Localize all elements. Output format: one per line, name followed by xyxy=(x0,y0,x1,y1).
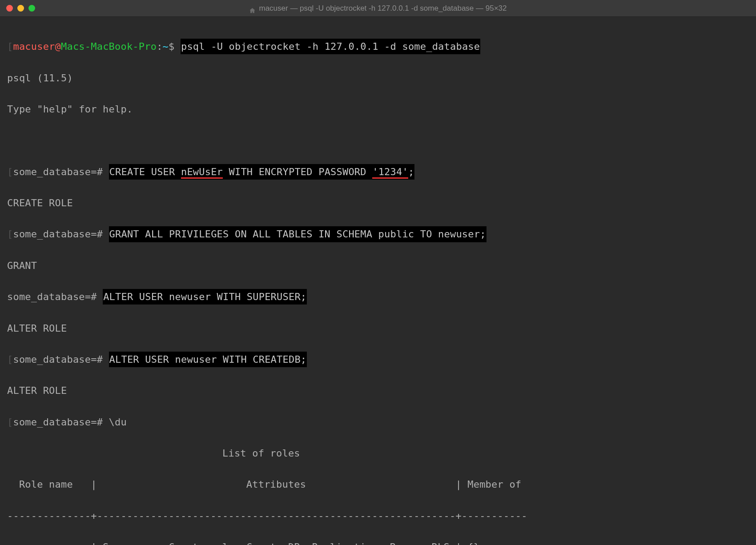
sql-grant: [some_database=# GRANT ALL PRIVILEGES ON… xyxy=(7,226,749,242)
sql-alter-createdb: [some_database=# ALTER USER newuser WITH… xyxy=(7,352,749,367)
sql-du-1: [some_database=# \du xyxy=(7,414,749,430)
window-title-text: macuser — psql -U objectrocket -h 127.0.… xyxy=(259,2,507,14)
terminal-body[interactable]: [macuser@Macs-MacBook-Pro:~$ psql -U obj… xyxy=(0,17,756,545)
maximize-icon[interactable] xyxy=(28,5,35,12)
prompt-user: macuser xyxy=(13,41,55,52)
psql-help-line: Type "help" for help. xyxy=(7,101,749,117)
home-icon xyxy=(249,5,255,12)
shell-prompt-line: [macuser@Macs-MacBook-Pro:~$ psql -U obj… xyxy=(7,39,749,54)
close-icon[interactable] xyxy=(6,5,13,12)
psql-version: psql (11.5) xyxy=(7,70,749,86)
minimize-icon[interactable] xyxy=(17,5,24,12)
blank-line xyxy=(7,132,749,148)
roles-divider-1: --------------+-------------------------… xyxy=(7,508,749,524)
prompt-host: Macs-MacBook-Pro xyxy=(61,41,157,52)
shell-command: psql -U objectrocket -h 127.0.0.1 -d som… xyxy=(181,39,480,54)
resp-create-role: CREATE ROLE xyxy=(7,195,749,211)
roles-title-1: List of roles xyxy=(7,445,749,461)
roles1-row-macuser: macuser | Superuser, Create role, Create… xyxy=(7,539,749,545)
roles-columns-1: Role name | Attributes | Member of xyxy=(7,477,749,492)
window-title: macuser — psql -U objectrocket -h 127.0.… xyxy=(249,2,507,14)
resp-grant: GRANT xyxy=(7,258,749,273)
sql-alter-superuser: some_database=# ALTER USER newuser WITH … xyxy=(7,289,749,305)
window-titlebar: macuser — psql -U objectrocket -h 127.0.… xyxy=(0,0,756,17)
resp-alter-role-2: ALTER ROLE xyxy=(7,383,749,398)
resp-alter-role-1: ALTER ROLE xyxy=(7,321,749,336)
sql-create-user: [some_database=# CREATE USER nEwUsEr WIT… xyxy=(7,164,749,180)
traffic-lights xyxy=(6,5,35,12)
prompt-path: ~ xyxy=(163,41,169,52)
